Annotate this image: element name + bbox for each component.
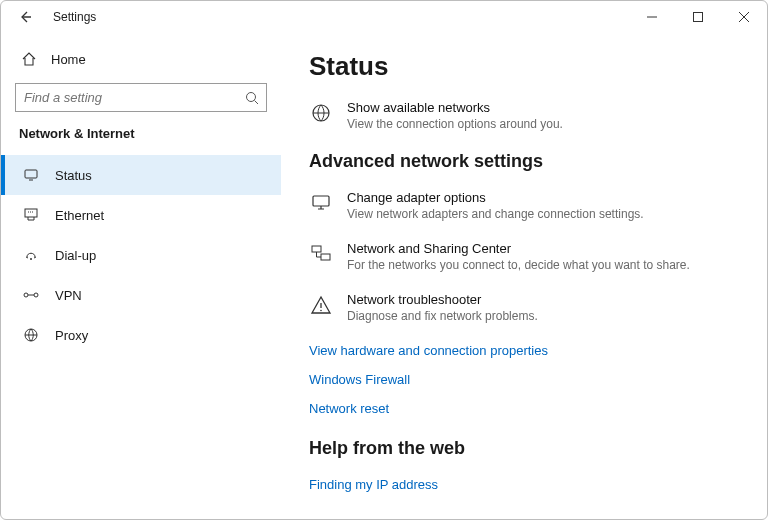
home-nav-item[interactable]: Home [15, 43, 267, 75]
sidebar-item-label: Ethernet [55, 208, 104, 223]
sidebar-item-status[interactable]: Status [1, 155, 281, 195]
window-title: Settings [53, 10, 96, 24]
sidebar-item-dialup[interactable]: Dial-up [1, 235, 281, 275]
sidebar-item-label: Proxy [55, 328, 88, 343]
ethernet-icon [23, 207, 39, 223]
titlebar: Settings [1, 1, 767, 33]
section-advanced-header: Advanced network settings [309, 151, 743, 172]
search-icon [245, 91, 259, 105]
svg-point-5 [24, 293, 28, 297]
sidebar-item-proxy[interactable]: Proxy [1, 315, 281, 355]
sidebar-section-header: Network & Internet [19, 126, 267, 141]
section-help-header: Help from the web [309, 438, 743, 459]
back-arrow-icon [18, 10, 32, 24]
warning-icon [309, 292, 333, 323]
option-title: Show available networks [347, 100, 563, 115]
svg-rect-0 [694, 13, 703, 22]
option-desc: View the connection options around you. [347, 117, 563, 131]
search-container [15, 83, 267, 112]
main-content: Status Show available networks View the … [281, 33, 767, 519]
dialup-icon [23, 247, 39, 263]
option-desc: Diagnose and fix network problems. [347, 309, 538, 323]
link-hardware-properties[interactable]: View hardware and connection properties [309, 343, 743, 358]
option-title: Network and Sharing Center [347, 241, 690, 256]
link-windows-firewall[interactable]: Windows Firewall [309, 372, 743, 387]
search-input[interactable] [15, 83, 267, 112]
home-icon [21, 51, 37, 67]
svg-rect-2 [25, 170, 37, 178]
option-title: Network troubleshooter [347, 292, 538, 307]
minimize-button[interactable] [629, 1, 675, 33]
close-icon [739, 12, 749, 22]
link-finding-ip[interactable]: Finding my IP address [309, 477, 743, 492]
option-desc: For the networks you connect to, decide … [347, 258, 690, 272]
vpn-icon [23, 287, 39, 303]
option-desc: View network adapters and change connect… [347, 207, 644, 221]
svg-rect-10 [312, 246, 321, 252]
network-icon [309, 241, 333, 272]
svg-point-6 [34, 293, 38, 297]
sidebar-item-ethernet[interactable]: Ethernet [1, 195, 281, 235]
svg-point-12 [320, 310, 322, 312]
window-controls [629, 1, 767, 33]
network-sharing-center[interactable]: Network and Sharing Center For the netwo… [309, 241, 743, 272]
svg-rect-3 [25, 209, 37, 217]
proxy-icon [23, 327, 39, 343]
sidebar: Home Network & Internet Status Ethernet [1, 33, 281, 519]
back-button[interactable] [13, 5, 37, 29]
svg-point-1 [247, 92, 256, 101]
monitor-icon [309, 190, 333, 221]
minimize-icon [647, 12, 657, 22]
status-icon [23, 167, 39, 183]
svg-rect-9 [313, 196, 329, 206]
close-button[interactable] [721, 1, 767, 33]
sidebar-item-label: Dial-up [55, 248, 96, 263]
svg-rect-11 [321, 254, 330, 260]
sidebar-item-label: Status [55, 168, 92, 183]
home-label: Home [51, 52, 86, 67]
page-title: Status [309, 51, 743, 82]
maximize-icon [693, 12, 703, 22]
sidebar-item-label: VPN [55, 288, 82, 303]
link-network-reset[interactable]: Network reset [309, 401, 743, 416]
svg-point-4 [30, 258, 32, 260]
maximize-button[interactable] [675, 1, 721, 33]
network-troubleshooter[interactable]: Network troubleshooter Diagnose and fix … [309, 292, 743, 323]
globe-icon [309, 100, 333, 131]
option-title: Change adapter options [347, 190, 644, 205]
show-networks-option[interactable]: Show available networks View the connect… [309, 100, 743, 131]
adapter-options[interactable]: Change adapter options View network adap… [309, 190, 743, 221]
sidebar-item-vpn[interactable]: VPN [1, 275, 281, 315]
